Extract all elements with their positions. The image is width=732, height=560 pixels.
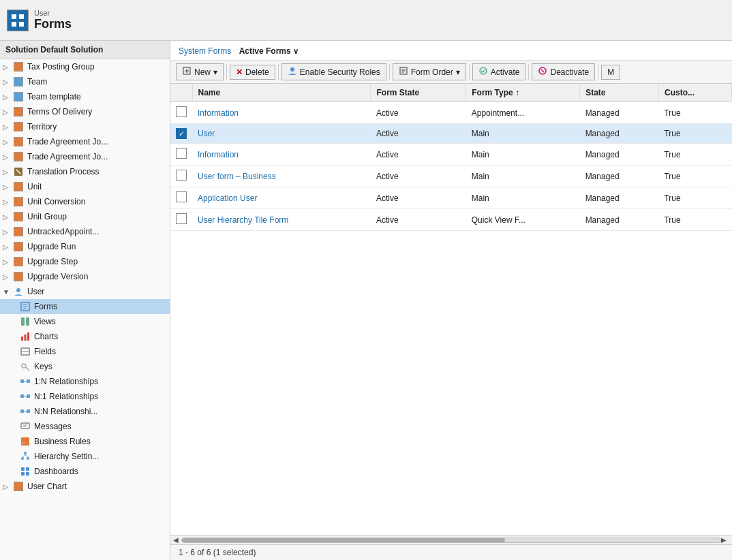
- sidebar-item-unit-conversion[interactable]: ▷ Unit Conversion: [0, 194, 170, 209]
- sidebar-item-trade-1[interactable]: ▷ Trade Agreement Jo...: [0, 134, 170, 149]
- sidebar-subitem-n1-rel[interactable]: N:1 Relationships: [0, 389, 170, 404]
- expand-icon: ▷: [3, 213, 12, 221]
- sidebar-item-team[interactable]: ▷ Team: [0, 74, 170, 89]
- sidebar-subitem-messages[interactable]: Messages: [0, 419, 170, 434]
- svg-rect-2: [12, 22, 16, 27]
- expand-icon: ▷: [3, 78, 12, 86]
- table-row[interactable]: InformationActiveMainManagedTrue: [170, 144, 732, 166]
- row-name[interactable]: User form – Business: [192, 166, 371, 187]
- sidebar-item-translation-process[interactable]: ▷ Translation Process: [0, 164, 170, 179]
- sidebar-subitem-dashboards[interactable]: Dashboards: [0, 464, 170, 479]
- delete-button[interactable]: ✕ Delete: [230, 65, 275, 80]
- table-row[interactable]: InformationActiveAppointment...ManagedTr…: [170, 102, 732, 124]
- sidebar-subitem-1n-rel[interactable]: 1:N Relationships: [0, 374, 170, 389]
- breadcrumb: System Forms Active Forms ∨: [179, 46, 724, 56]
- sidebar-subitem-forms[interactable]: Forms: [0, 299, 170, 314]
- sidebar-subitem-fields[interactable]: Fields: [0, 344, 170, 359]
- row-name[interactable]: User Hierarchy Tile Form: [192, 209, 371, 231]
- more-icon: M: [607, 67, 614, 77]
- sidebar-item-trade-2[interactable]: ▷ Trade Agreement Jo...: [0, 149, 170, 164]
- expand-icon: ▷: [3, 243, 12, 251]
- row-checkbox[interactable]: [170, 166, 192, 187]
- sidebar-subitem-hierarchy[interactable]: Hierarchy Settin...: [0, 449, 170, 464]
- entity-icon: [12, 166, 25, 178]
- sidebar-item-upgrade-version[interactable]: ▷ Upgrade Version: [0, 269, 170, 284]
- svg-point-35: [21, 457, 24, 460]
- svg-rect-26: [20, 409, 24, 413]
- row-checkbox[interactable]: [170, 209, 192, 231]
- svg-rect-24: [27, 394, 30, 398]
- row-name[interactable]: Information: [192, 102, 371, 124]
- row-checkbox[interactable]: [170, 187, 192, 209]
- row-state: Managed: [580, 209, 659, 231]
- table-row[interactable]: User Hierarchy Tile FormActiveQuick View…: [170, 209, 732, 231]
- activate-button[interactable]: Activate: [472, 63, 526, 80]
- deactivate-icon: [538, 66, 547, 78]
- sidebar-item-upgrade-step[interactable]: ▷ Upgrade Step: [0, 254, 170, 269]
- sidebar-item-territory[interactable]: ▷ Territory: [0, 119, 170, 134]
- expand-icon: ▷: [3, 168, 12, 176]
- scrollbar-track[interactable]: [181, 538, 721, 543]
- col-header-name[interactable]: Name: [192, 84, 371, 102]
- scroll-left-button[interactable]: ◀: [173, 536, 181, 544]
- svg-rect-3: [19, 22, 24, 27]
- row-customizable: True: [658, 209, 731, 231]
- form-order-button[interactable]: Form Order ▾: [393, 63, 466, 80]
- app-header: User Forms: [0, 0, 732, 41]
- form-order-icon: [399, 66, 408, 78]
- fields-icon: [19, 345, 31, 358]
- entity-icon: [12, 225, 25, 238]
- svg-rect-20: [20, 379, 24, 383]
- sidebar-subitem-charts[interactable]: Charts: [0, 329, 170, 344]
- entity-icon: [12, 480, 25, 493]
- sidebar-subitem-nn-rel[interactable]: N:N Relationshi...: [0, 404, 170, 419]
- sidebar-item-team-template[interactable]: ▷ Team template: [0, 89, 170, 104]
- sidebar-subitem-business-rules[interactable]: ⌕ Business Rules: [0, 434, 170, 449]
- dashboards-icon: [19, 465, 31, 478]
- col-header-form-type[interactable]: Form Type ↑: [466, 84, 580, 102]
- col-header-state[interactable]: State: [580, 84, 659, 102]
- sidebar-item-terms-of-delivery[interactable]: ▷ Terms Of Delivery: [0, 104, 170, 119]
- row-form-type: Appointment...: [466, 102, 580, 124]
- table-row[interactable]: ✓UserActiveMainManagedTrue: [170, 124, 732, 144]
- scrollbar-thumb[interactable]: [182, 538, 505, 542]
- more-button[interactable]: M: [601, 65, 620, 80]
- dropdown-caret[interactable]: ∨: [293, 47, 299, 55]
- entity-icon: [12, 106, 25, 118]
- scroll-right-button[interactable]: ▶: [721, 536, 729, 544]
- row-form-state: Active: [371, 166, 466, 187]
- new-button[interactable]: New ▾: [176, 63, 224, 80]
- expand-icon: ▷: [3, 108, 12, 116]
- sidebar-item-upgrade-run[interactable]: ▷ Upgrade Run: [0, 239, 170, 254]
- row-name[interactable]: User: [192, 124, 371, 144]
- row-checkbox[interactable]: ✓: [170, 124, 192, 144]
- deactivate-button[interactable]: Deactivate: [532, 63, 595, 80]
- col-header-form-state[interactable]: Form State: [371, 84, 466, 102]
- entity-icon: [12, 196, 25, 208]
- sidebar-item-unit[interactable]: ▷ Unit: [0, 179, 170, 194]
- sidebar-item-untracked[interactable]: ▷ UntrackedAppoint...: [0, 224, 170, 239]
- row-name[interactable]: Information: [192, 144, 371, 166]
- messages-icon: [19, 420, 31, 433]
- sidebar-item-user-chart[interactable]: ▷ User Chart: [0, 479, 170, 494]
- toolbar-separator: [389, 64, 390, 80]
- sidebar-item-tax-posting-group[interactable]: ▷ Tax Posting Group: [0, 59, 170, 74]
- horizontal-scrollbar[interactable]: ◀ ▶: [170, 535, 732, 544]
- row-checkbox[interactable]: [170, 144, 192, 166]
- new-icon: [182, 66, 192, 78]
- sidebar-item-unit-group[interactable]: ▷ Unit Group: [0, 209, 170, 224]
- sidebar-subitem-views[interactable]: Views: [0, 314, 170, 329]
- enable-security-button[interactable]: Enable Security Roles: [281, 63, 386, 80]
- table-row[interactable]: Application UserActiveMainManagedTrue: [170, 187, 732, 209]
- row-form-state: Active: [371, 209, 466, 231]
- col-header-customizable[interactable]: Custo...: [658, 84, 731, 102]
- row-form-type: Quick View F...: [466, 209, 580, 231]
- table-row[interactable]: User form – BusinessActiveMainManagedTru…: [170, 166, 732, 187]
- svg-line-38: [25, 454, 28, 457]
- hierarchy-icon: [19, 450, 31, 463]
- sidebar-item-user[interactable]: ▼ User: [0, 284, 170, 299]
- row-name[interactable]: Application User: [192, 187, 371, 209]
- row-checkbox[interactable]: [170, 102, 192, 124]
- breadcrumb-system-forms[interactable]: System Forms: [179, 46, 231, 56]
- sidebar-subitem-keys[interactable]: Keys: [0, 359, 170, 374]
